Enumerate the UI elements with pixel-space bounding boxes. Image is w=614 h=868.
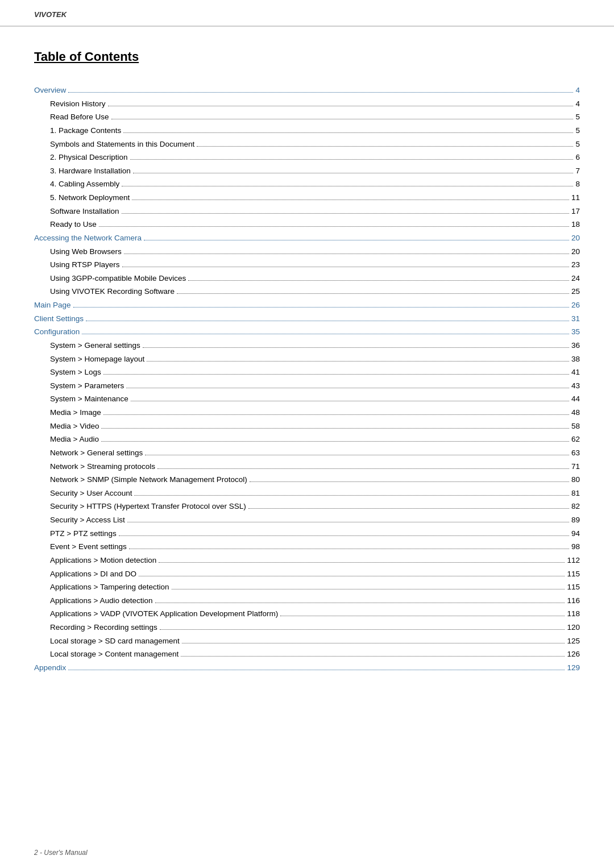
toc-item-dots [130,159,574,160]
toc-item-dots [172,589,565,589]
toc-item-label: System > General settings [50,339,140,352]
toc-item[interactable]: Media > Audio62 [34,433,580,446]
toc-item-page: 36 [571,339,580,352]
toc-item-page: 94 [571,527,580,541]
toc-item-label: 3. Hardware Installation [50,164,131,178]
content-area: Table of Contents Overview4Revision Hist… [0,27,614,709]
toc-item[interactable]: Network > Streaming protocols71 [34,460,580,474]
toc-item-label: 5. Network Deployment [50,191,130,205]
toc-item-page: 38 [571,352,580,366]
toc-item[interactable]: Local storage > Content management126 [34,647,580,661]
toc-item-label: Media > Video [50,420,99,433]
toc-item[interactable]: Applications > VADP (VIVOTEK Application… [34,607,580,621]
toc-item-label: Read Before Use [50,110,109,124]
toc-item[interactable]: 4. Cabling Assembly8 [34,177,580,191]
toc-item-page: 71 [571,460,580,474]
toc-item-page: 5 [575,124,580,138]
toc-item-label: Configuration [34,325,80,339]
toc-item[interactable]: Recording > Recording settings120 [34,621,580,634]
toc-item[interactable]: Appendix129 [34,661,580,675]
toc-item-page: 23 [571,258,580,272]
toc-item[interactable]: Security > Access List89 [34,513,580,527]
toc-item-dots [131,401,569,401]
toc-item-page: 31 [571,312,580,326]
toc-item[interactable]: PTZ > PTZ settings94 [34,527,580,541]
toc-item[interactable]: 1. Package Contents5 [34,124,580,138]
toc-item-dots [127,522,569,522]
toc-item[interactable]: Applications > Motion detection112 [34,554,580,567]
toc-item-label: Using Web Browsers [50,245,122,259]
toc-item[interactable]: System > General settings36 [34,339,580,352]
toc-item[interactable]: Applications > DI and DO115 [34,567,580,581]
toc-item-dots [177,293,569,294]
toc-item-label: Applications > Motion detection [50,554,156,567]
toc-item[interactable]: System > Homepage layout38 [34,352,580,366]
toc-item-label: Revision History [50,97,106,111]
toc-item-page: 6 [575,151,580,164]
header: VIVOTEK [0,0,614,27]
toc-item-dots [248,508,569,509]
toc-item[interactable]: Network > General settings63 [34,446,580,460]
toc-item[interactable]: Using VIVOTEK Recording Software25 [34,285,580,298]
toc-item[interactable]: Security > HTTPS (Hypertext Transfer Pro… [34,500,580,513]
toc-item-dots [144,240,569,240]
toc-item-dots [181,656,565,657]
toc-item-page: 89 [571,513,580,527]
toc-item-label: Security > Access List [50,513,125,527]
toc-item[interactable]: Revision History4 [34,97,580,111]
toc-item[interactable]: System > Maintenance44 [34,392,580,406]
toc-item[interactable]: 2. Physical Description6 [34,151,580,164]
toc-item[interactable]: Event > Event settings98 [34,540,580,554]
toc-item-dots [101,441,569,442]
toc-item[interactable]: Using RTSP Players23 [34,258,580,272]
toc-item[interactable]: Media > Video58 [34,420,580,433]
toc-item-page: 120 [567,621,580,634]
toc-item-page: 4 [575,84,580,97]
toc-item[interactable]: Media > Image48 [34,406,580,420]
toc-item-page: 81 [571,487,580,500]
toc-item[interactable]: Using 3GPP-compatible Mobile Devices24 [34,272,580,285]
toc-item[interactable]: Overview4 [34,84,580,97]
toc-item-label: Local storage > Content management [50,647,179,661]
toc-item-label: Recording > Recording settings [50,621,157,634]
toc-item[interactable]: Software Installation17 [34,205,580,218]
toc-item[interactable]: Ready to Use18 [34,218,580,231]
toc-item[interactable]: System > Parameters43 [34,379,580,393]
toc-item[interactable]: Main Page26 [34,298,580,312]
toc-item-page: 44 [571,392,580,406]
toc-item[interactable]: Configuration35 [34,325,580,339]
toc-item[interactable]: 3. Hardware Installation7 [34,164,580,178]
toc-item[interactable]: Network > SNMP (Simple Network Managemen… [34,473,580,487]
toc-item[interactable]: Read Before Use5 [34,110,580,124]
toc-item-page: 129 [567,661,580,675]
toc-item[interactable]: System > Logs41 [34,366,580,379]
toc-title: Table of Contents [34,49,580,68]
toc-item-label: 2. Physical Description [50,151,128,164]
toc-item[interactable]: Using Web Browsers20 [34,245,580,259]
toc-item-label: Network > SNMP (Simple Network Managemen… [50,473,247,487]
toc-item-page: 26 [571,298,580,312]
toc-item-page: 5 [575,110,580,124]
toc-item[interactable]: Accessing the Network Camera20 [34,231,580,245]
toc-item-label: Applications > Tampering detection [50,580,169,594]
toc-item-page: 43 [571,379,580,393]
toc-item-page: 118 [567,607,580,621]
toc-item-page: 20 [571,231,580,245]
toc-item-label: Applications > DI and DO [50,567,136,581]
toc-item-dots [111,119,574,119]
toc-item-label: System > Maintenance [50,392,128,406]
footer: 2 - User's Manual [34,849,88,857]
toc-item-label: Overview [34,84,66,97]
toc-item[interactable]: Client Settings31 [34,312,580,326]
toc-item-dots [86,321,569,321]
toc-item-dots [133,173,574,173]
toc-item-dots [122,213,569,214]
toc-item[interactable]: 5. Network Deployment11 [34,191,580,205]
toc-item-page: 5 [575,138,580,151]
toc-item[interactable]: Symbols and Statements in this Document5 [34,138,580,151]
toc-item[interactable]: Applications > Tampering detection115 [34,580,580,594]
toc-item[interactable]: Local storage > SD card management125 [34,634,580,648]
toc-item[interactable]: Security > User Account81 [34,487,580,500]
toc-item[interactable]: Applications > Audio detection116 [34,594,580,608]
toc-item-label: Event > Event settings [50,540,127,554]
